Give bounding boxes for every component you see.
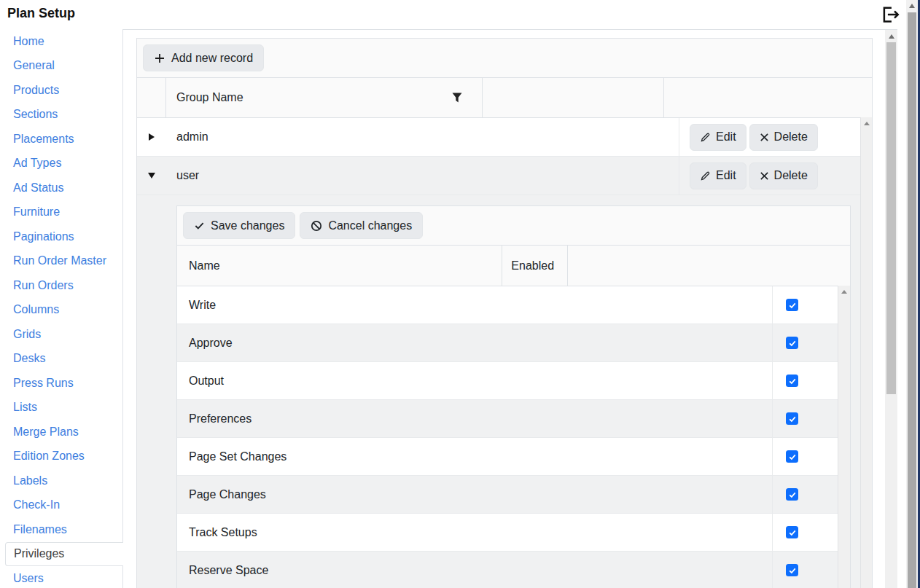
sidebar-item-privileges[interactable]: Privileges <box>5 542 123 567</box>
sidebar-item-label: Paginations <box>13 230 74 243</box>
window-scrollbar[interactable] <box>906 0 918 588</box>
group-name-header-label: Group Name <box>176 91 243 104</box>
sidebar-item-check-in[interactable]: Check-In <box>0 493 122 518</box>
enabled-checkbox[interactable] <box>786 526 798 538</box>
sidebar-item-press-runs[interactable]: Press Runs <box>0 371 122 396</box>
sidebar-item-edition-zones[interactable]: Edition Zones <box>0 444 122 469</box>
sidebar-item-label: Run Orders <box>13 279 74 292</box>
sidebar-item-columns[interactable]: Columns <box>0 298 122 323</box>
add-new-record-button[interactable]: Add new record <box>143 44 264 71</box>
command-column-header <box>483 78 664 117</box>
enabled-checkbox[interactable] <box>786 375 798 387</box>
checkmark-icon <box>788 339 797 348</box>
column-header-group-name[interactable]: Group Name <box>166 78 483 117</box>
sidebar-item-desks[interactable]: Desks <box>0 347 122 372</box>
checkmark-icon <box>788 301 797 310</box>
group-row-user: user Edit Delete <box>137 157 860 195</box>
sidebar-item-paginations[interactable]: Paginations <box>0 224 122 249</box>
sidebar-item-merge-plans[interactable]: Merge Plans <box>0 420 122 444</box>
filter-funnel-icon[interactable] <box>451 92 463 103</box>
groups-grid-toolbar: Add new record <box>137 39 872 78</box>
sidebar-item-lists[interactable]: Lists <box>0 396 122 420</box>
sidebar-item-label: Run Order Master <box>13 254 106 267</box>
expand-arrow-icon[interactable] <box>149 133 155 141</box>
sidebar-item-label: Ad Status <box>13 181 63 195</box>
save-changes-button[interactable]: Save changes <box>183 212 295 239</box>
checkmark-icon <box>788 452 797 461</box>
edit-button[interactable]: Edit <box>690 162 746 189</box>
edit-label: Edit <box>716 169 736 182</box>
privileges-grid-header: Name Enabled <box>177 246 850 286</box>
sidebar-item-grids[interactable]: Grids <box>0 322 122 347</box>
privilege-row: Page Changes <box>177 476 838 514</box>
x-icon <box>760 133 769 142</box>
logout-icon[interactable] <box>879 4 901 26</box>
group-name-cell: user <box>166 169 679 182</box>
sidebar-item-ad-types[interactable]: Ad Types <box>0 152 122 176</box>
sidebar-item-label: Ad Types <box>13 157 61 170</box>
x-icon <box>760 171 769 181</box>
check-icon <box>194 220 205 231</box>
scroll-thumb[interactable] <box>908 12 916 588</box>
sidebar-item-label: Desks <box>13 352 45 365</box>
header-scrollbar-spacer <box>568 246 850 286</box>
privilege-name-cell: Track Setups <box>177 526 772 539</box>
groups-grid: Add new record Group Name admin <box>136 38 873 588</box>
sidebar-item-placements[interactable]: Placements <box>0 127 122 152</box>
sidebar-item-label: Check-In <box>13 498 60 511</box>
delete-button[interactable]: Delete <box>749 124 818 151</box>
collapse-arrow-icon[interactable] <box>148 173 155 179</box>
sidebar-nav: HomeGeneralProductsSectionsPlacementsAd … <box>0 29 123 588</box>
privilege-row: Output <box>177 362 838 400</box>
privilege-name-cell: Output <box>177 375 772 388</box>
sidebar-item-run-order-master[interactable]: Run Order Master <box>0 249 122 274</box>
header-scrollbar-spacer <box>664 78 872 117</box>
main-pane: Add new record Group Name admin <box>123 29 897 588</box>
sidebar-item-run-orders[interactable]: Run Orders <box>0 273 122 298</box>
sidebar-item-home[interactable]: Home <box>0 29 122 54</box>
enabled-checkbox[interactable] <box>786 564 798 576</box>
enabled-header-label: Enabled <box>511 259 554 273</box>
groups-grid-scrollbar[interactable] <box>860 117 872 588</box>
privilege-row: Write <box>177 286 838 324</box>
sidebar-item-general[interactable]: General <box>0 54 122 79</box>
content-pane-scrollbar[interactable] <box>885 30 897 588</box>
enabled-checkbox[interactable] <box>786 412 798 425</box>
sidebar-item-sections[interactable]: Sections <box>0 103 122 128</box>
cancel-changes-label: Cancel changes <box>328 219 412 232</box>
sidebar-item-users[interactable]: Users <box>0 566 122 588</box>
privilege-name-cell: Page Changes <box>177 488 772 501</box>
privilege-enabled-cell <box>772 438 838 475</box>
sidebar-item-ad-status[interactable]: Ad Status <box>0 176 122 200</box>
sidebar-item-furniture[interactable]: Furniture <box>0 200 122 225</box>
enabled-checkbox[interactable] <box>786 299 798 311</box>
sidebar-item-products[interactable]: Products <box>0 78 122 103</box>
enabled-checkbox[interactable] <box>786 450 798 463</box>
sidebar-item-labels[interactable]: Labels <box>0 469 122 493</box>
sidebar-item-label: Products <box>13 84 59 97</box>
edit-button[interactable]: Edit <box>690 124 746 151</box>
privileges-grid-scrollbar[interactable] <box>838 286 850 588</box>
group-name-cell: admin <box>166 130 679 144</box>
scroll-up-arrow-icon[interactable] <box>889 34 894 39</box>
checkmark-icon <box>788 490 797 499</box>
enabled-checkbox[interactable] <box>786 488 798 501</box>
cancel-changes-button[interactable]: Cancel changes <box>300 212 423 239</box>
scroll-thumb[interactable] <box>886 42 896 394</box>
delete-label: Delete <box>774 169 808 182</box>
delete-button[interactable]: Delete <box>749 162 818 189</box>
checkmark-icon <box>788 377 797 385</box>
privilege-enabled-cell <box>772 552 838 588</box>
scroll-up-arrow-icon[interactable] <box>841 290 847 294</box>
scroll-up-arrow-icon[interactable] <box>864 122 870 125</box>
scroll-up-arrow-icon[interactable] <box>909 4 915 8</box>
sidebar-item-label: Home <box>13 35 44 48</box>
privileges-rows: WriteApproveOutputPreferencesPage Set Ch… <box>177 286 850 588</box>
groups-grid-header: Group Name <box>137 78 872 118</box>
sidebar-item-label: Press Runs <box>13 377 74 390</box>
enabled-checkbox[interactable] <box>786 337 798 349</box>
sidebar-item-label: Edition Zones <box>13 450 85 463</box>
privilege-row: Preferences <box>177 400 838 438</box>
sidebar-item-filenames[interactable]: Filenames <box>0 517 122 542</box>
privilege-enabled-cell <box>772 362 838 399</box>
